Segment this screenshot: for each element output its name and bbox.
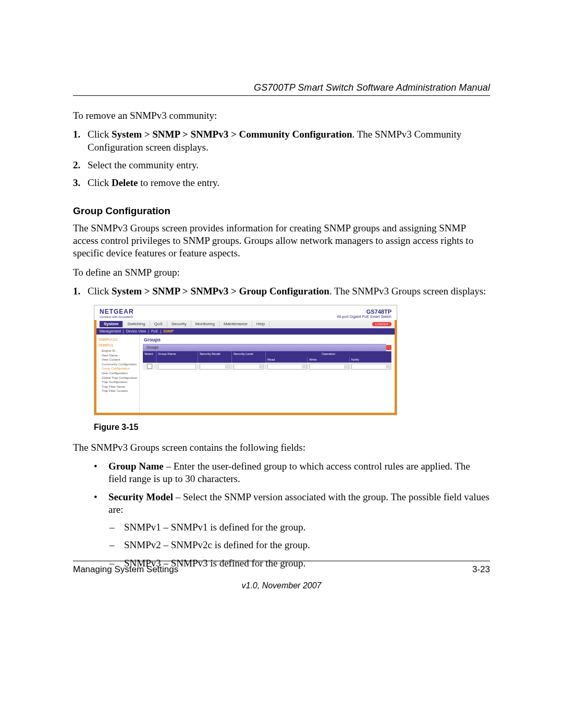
tab-security[interactable]: Security	[167, 321, 191, 328]
list-item: 1. Click System > SNMP > SNMPv3 > Group …	[73, 285, 490, 298]
remove-intro: To remove an SNMPv3 community:	[73, 109, 490, 122]
section-paragraph: The SNMPv3 Groups screen provides inform…	[73, 222, 490, 260]
menu-path: System > SNMP > SNMPv3 > Group Configura…	[112, 286, 329, 297]
col-operation-label: Operation	[266, 351, 391, 357]
main-tabs: System Switching QoS Security Monitoring…	[96, 320, 395, 328]
step-number: 1.	[73, 285, 88, 298]
subtab-snmp[interactable]: SNMP	[163, 329, 174, 334]
step-body: Select the community entry.	[88, 159, 490, 171]
col-operation: Operation Read Write Notify	[266, 351, 391, 363]
panel-title: Groups	[144, 338, 391, 343]
security-level-select[interactable]	[234, 364, 264, 369]
row-select-checkbox[interactable]	[147, 364, 152, 369]
header-rule	[73, 95, 490, 96]
tab-maintenance[interactable]: Maintenance	[219, 321, 252, 328]
table-header: Select Group Name Security Model Securit…	[143, 351, 391, 363]
sidebar-item-engine-id[interactable]: Engine ID	[96, 349, 139, 353]
step-text-pre: Click	[88, 286, 112, 297]
subtab-device-view[interactable]: Device View	[126, 329, 146, 334]
tab-help[interactable]: Help	[252, 321, 270, 328]
sidebar-item-trap-config[interactable]: Trap Configuration	[96, 380, 139, 385]
sidebar-item-view-name[interactable]: View Name	[96, 353, 139, 358]
field-desc: Group Name – Enter the user-defined grou…	[108, 460, 490, 486]
page-footer: Managing System Settings 3-23 v1.0, Nove…	[73, 558, 490, 590]
panel-subheading: Groups	[143, 344, 386, 351]
bullet-icon: •	[94, 491, 108, 516]
list-item: • Group Name – Enter the user-defined gr…	[94, 460, 490, 486]
value-text: SNMPv1 – SNMPv1 is defined for the group…	[124, 521, 490, 534]
dash-icon: –	[109, 539, 124, 551]
figure-3-15: NETGEAR Connect with Innovation GS748TP …	[94, 305, 490, 431]
tab-switching[interactable]: Switching	[123, 321, 150, 328]
list-item: – SNMPv2 – SNMPv2c is defined for the gr…	[109, 539, 490, 551]
sidebar-section-snmpv3[interactable]: SNMPv3	[96, 342, 139, 349]
list-item: – SNMPv1 – SNMPv1 is defined for the gro…	[109, 521, 490, 534]
step-text-post: . The SNMPv3 Groups screen displays:	[329, 286, 486, 297]
table-row	[143, 363, 391, 370]
sidebar-section-snmpv1v2[interactable]: SNMPv1/v2	[96, 337, 139, 343]
sidebar-item-view-content[interactable]: View Content	[96, 357, 139, 362]
logout-button[interactable]: LOGOUT	[372, 322, 391, 327]
sidebar-item-trap-filter-content[interactable]: Trap Filter Content	[96, 389, 139, 393]
write-select[interactable]	[309, 364, 348, 369]
list-item: 3. Click Delete to remove the entry.	[73, 177, 490, 189]
model-code: GS748TP	[337, 309, 391, 315]
figure-caption: Figure 3-15	[94, 423, 490, 432]
footer-section: Managing System Settings	[73, 564, 178, 575]
footer-rule	[73, 561, 490, 561]
sidebar-item-trap-filter-name[interactable]: Trap Filter Name	[96, 385, 139, 389]
bullet-icon: •	[94, 460, 108, 486]
tab-system[interactable]: System	[100, 321, 123, 328]
sidebar-item-community-config[interactable]: Community Configuration	[96, 362, 139, 367]
tab-qos[interactable]: QoS	[150, 321, 167, 328]
sub-tabs: Management | Device View | PoE | SNMP	[96, 328, 395, 335]
col-write: Write	[308, 357, 349, 363]
delete-label: Delete	[112, 177, 138, 188]
step-body: Click System > SNMP > SNMPv3 > Group Con…	[88, 285, 490, 298]
menu-path: System > SNMP > SNMPv3 > Community Confi…	[112, 129, 352, 140]
step-body: Click System > SNMP > SNMPv3 > Community…	[88, 128, 490, 154]
remove-steps: 1. Click System > SNMP > SNMPv3 > Commun…	[73, 128, 490, 189]
field-name: Security Model	[108, 491, 173, 502]
section-title: Group Configuration	[73, 205, 490, 217]
list-item: 1. Click System > SNMP > SNMPv3 > Commun…	[73, 128, 490, 154]
group-name-input[interactable]	[158, 364, 196, 369]
col-read: Read	[266, 357, 308, 363]
main-panel: Groups Groups Select Group Name Security…	[140, 335, 395, 413]
footer-version: v1.0, November 2007	[73, 581, 490, 590]
sidebar-item-group-config[interactable]: Group Configuration	[96, 366, 139, 371]
sidebar: SNMPv1/v2 SNMPv3 Engine ID View Name Vie…	[96, 335, 140, 413]
brand-logo: NETGEAR	[100, 309, 134, 315]
step-text-pre: Select the community entry.	[88, 159, 199, 170]
model-info: GS748TP 48-port Gigabit PoE Smart Switch	[337, 309, 391, 319]
running-head: GS700TP Smart Switch Software Administra…	[73, 82, 490, 93]
step-body: Click Delete to remove the entry.	[88, 177, 490, 189]
col-security-model: Security Model	[198, 351, 232, 363]
tab-monitoring[interactable]: Monitoring	[191, 321, 219, 328]
page-content: GS700TP Smart Switch Software Administra…	[73, 82, 490, 575]
notify-select[interactable]	[351, 364, 390, 369]
panel-action-icon[interactable]	[386, 345, 391, 350]
define-intro: To define an SNMP group:	[73, 266, 490, 279]
subtab-management[interactable]: Management	[100, 329, 121, 334]
ui-body: SNMPv1/v2 SNMPv3 Engine ID View Name Vie…	[96, 335, 395, 413]
list-item: • Security Model – Select the SNMP versi…	[94, 491, 490, 516]
brand-tagline: Connect with Innovation	[100, 315, 134, 319]
subtab-poe[interactable]: PoE	[151, 329, 158, 334]
define-steps: 1. Click System > SNMP > SNMPv3 > Group …	[73, 285, 490, 298]
col-select: Select	[143, 351, 156, 363]
step-number: 1.	[73, 128, 88, 154]
field-desc: Security Model – Select the SNMP version…	[108, 491, 490, 516]
switch-ui-screenshot: NETGEAR Connect with Innovation GS748TP …	[94, 305, 397, 415]
field-name: Group Name	[108, 461, 164, 472]
ui-header: NETGEAR Connect with Innovation GS748TP …	[94, 305, 397, 320]
list-item: 2. Select the community entry.	[73, 159, 490, 171]
step-text-post: to remove the entry.	[138, 177, 220, 188]
step-number: 2.	[73, 159, 88, 171]
sidebar-item-user-config[interactable]: User Configuration	[96, 371, 139, 376]
sidebar-item-global-trap-config[interactable]: Global Trap Configuration	[96, 376, 139, 380]
value-text: SNMPv2 – SNMPv2c is defined for the grou…	[124, 539, 490, 551]
read-select[interactable]	[267, 364, 307, 369]
col-notify: Notify	[350, 357, 391, 363]
security-model-select[interactable]	[200, 364, 230, 369]
